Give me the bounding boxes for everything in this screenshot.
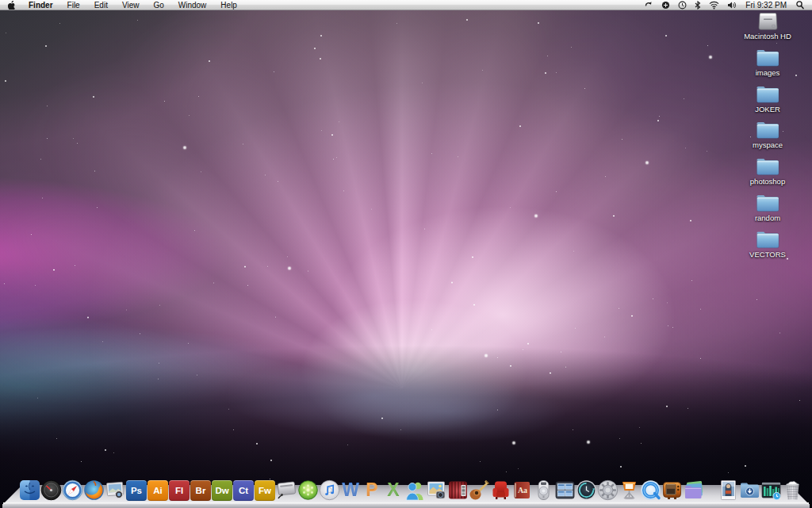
- spotlight-icon[interactable]: [791, 0, 812, 10]
- menu-file[interactable]: File: [60, 0, 87, 10]
- wallpaper-dark-horizon: [0, 0, 812, 508]
- dock-icon-keynote[interactable]: [619, 479, 640, 501]
- dock-letter-text: W: [342, 479, 359, 501]
- dock-icon-illustrator[interactable]: AiAi: [147, 479, 169, 501]
- dock-icon-dreamweaver[interactable]: DwDw: [212, 479, 233, 501]
- desktop-icon-joker[interactable]: JOKER: [736, 84, 799, 121]
- dock-letter-text: X: [387, 500, 399, 508]
- dock-icon-system-preferences[interactable]: [597, 479, 619, 501]
- dock-icon-quicktime[interactable]: [640, 479, 661, 501]
- desktop-icon-vectors[interactable]: VECTORS: [736, 229, 799, 266]
- dock-icon-bridge[interactable]: BrBr: [190, 479, 212, 501]
- dock-badge-text: Br: [196, 486, 206, 495]
- app-menus: FinderFileEditViewGoWindowHelp: [21, 0, 244, 10]
- dock-icon-messenger[interactable]: [404, 479, 426, 501]
- dock: PsPsAiAiFlFlBrBrDwDwCtCtFwFwWWPPXXAaAa: [0, 471, 812, 508]
- desktop-icon-column: Macintosh HDimagesJOKERmyspacephotoshopr…: [736, 11, 799, 266]
- folder-icon: [754, 229, 781, 249]
- dock-letter-text: X: [387, 479, 399, 501]
- dock-icon-downloads[interactable]: [739, 479, 760, 501]
- menu-bar-status-area: Fri 9:32 PM: [640, 0, 812, 10]
- folder-icon: [754, 193, 781, 213]
- dock-icon-finder[interactable]: [19, 479, 40, 501]
- menu-window[interactable]: Window: [171, 0, 214, 10]
- dock-icon-photo-booth[interactable]: [447, 479, 469, 501]
- menu-go[interactable]: Go: [146, 0, 170, 10]
- dock-icon-garageband[interactable]: [469, 479, 490, 501]
- desktop-icon-label: images: [756, 68, 780, 77]
- wifi-icon[interactable]: [705, 0, 723, 10]
- dock-icon-trash[interactable]: [782, 479, 803, 501]
- dock-icon-dashboard[interactable]: [40, 479, 62, 501]
- dock-badge-text: Ai: [153, 486, 163, 495]
- dock-icon-time-machine[interactable]: [576, 479, 597, 501]
- desktop-icon-label: VECTORS: [749, 250, 786, 259]
- svg-text:Aa: Aa: [517, 486, 527, 495]
- status-icons: [640, 0, 741, 10]
- sync-icon[interactable]: [640, 0, 657, 10]
- dock-icon-firefox[interactable]: [83, 479, 105, 501]
- dock-icon-powerpoint[interactable]: PP: [362, 479, 383, 501]
- dock-icon-contribute[interactable]: CtCt: [233, 479, 255, 501]
- dock-badge-text: Ct: [239, 486, 248, 495]
- folder-icon: [754, 156, 781, 176]
- input-menu-icon[interactable]: [657, 0, 674, 10]
- desktop-icon-label: photoshop: [750, 177, 785, 186]
- dock-badge-text: Dw: [215, 486, 228, 495]
- dock-letter-text: W: [342, 500, 359, 508]
- dock-badge-text: Fl: [175, 486, 183, 495]
- dock-badge-text: Fw: [259, 486, 271, 495]
- dock-icon-fireworks[interactable]: FwFw: [255, 479, 276, 501]
- dock-icon-spaces[interactable]: [554, 479, 576, 501]
- dock-icon-excel[interactable]: XX: [383, 479, 404, 501]
- dock-icon-dvd-player[interactable]: [533, 479, 554, 501]
- dock-badge-text: Ps: [131, 486, 142, 495]
- dock-icon-safari[interactable]: [62, 479, 83, 501]
- menu-finder[interactable]: Finder: [21, 0, 60, 10]
- folder-icon: [754, 120, 781, 140]
- desktop-icon-photoshop[interactable]: photoshop: [736, 156, 799, 193]
- desktop: FinderFileEditViewGoWindowHelp Fri 9:32 …: [0, 0, 812, 508]
- dock-icon-flash[interactable]: FlFl: [169, 479, 190, 501]
- desktop-icon-myspace[interactable]: myspace: [736, 120, 799, 156]
- apple-menu[interactable]: [0, 0, 21, 10]
- menu-bar-clock[interactable]: Fri 9:32 PM: [741, 1, 791, 10]
- dock-icon-tv-app[interactable]: [661, 479, 683, 501]
- bluetooth-icon[interactable]: [691, 0, 705, 10]
- dock-icon-green-orb-app[interactable]: [297, 479, 319, 501]
- dock-letter-text: P: [366, 500, 377, 508]
- desktop-icon-label: JOKER: [755, 105, 780, 114]
- dock-icon-folder-stack[interactable]: [683, 479, 704, 501]
- volume-icon[interactable]: [723, 0, 741, 10]
- hard-drive-icon: [754, 11, 781, 31]
- dock-icon-disk-app[interactable]: [276, 479, 297, 501]
- dock-letter-text: P: [366, 479, 377, 501]
- desktop-icon-label: random: [755, 214, 780, 222]
- desktop-icon-label: Macintosh HD: [744, 32, 791, 40]
- dock-icon-minimized-window[interactable]: [760, 479, 782, 501]
- menu-help[interactable]: Help: [213, 0, 244, 10]
- menu-view[interactable]: View: [115, 0, 147, 10]
- folder-icon: [754, 84, 781, 104]
- desktop-icon-label: myspace: [753, 140, 783, 149]
- desktop-icon-macintosh-hd[interactable]: Macintosh HD: [736, 11, 799, 48]
- dock-icon-iphoto[interactable]: [426, 479, 447, 501]
- menu-bar: FinderFileEditViewGoWindowHelp Fri 9:32 …: [0, 0, 812, 10]
- folder-icon: [754, 48, 781, 67]
- dock-icon-word[interactable]: WW: [340, 479, 362, 501]
- menu-edit[interactable]: Edit: [87, 0, 115, 10]
- dock-icon-photoshop[interactable]: PsPs: [126, 479, 147, 501]
- desktop-icon-random[interactable]: random: [736, 193, 799, 229]
- dock-icon-front-row[interactable]: [490, 479, 511, 501]
- dock-icon-itunes[interactable]: [319, 479, 340, 501]
- desktop-icon-images[interactable]: images: [736, 48, 799, 84]
- dock-icon-dictionary[interactable]: AaAa: [511, 479, 533, 501]
- dock-icon-photo-file[interactable]: [718, 479, 739, 501]
- dock-icon-preview[interactable]: [105, 479, 126, 501]
- clock-icon[interactable]: [674, 0, 691, 10]
